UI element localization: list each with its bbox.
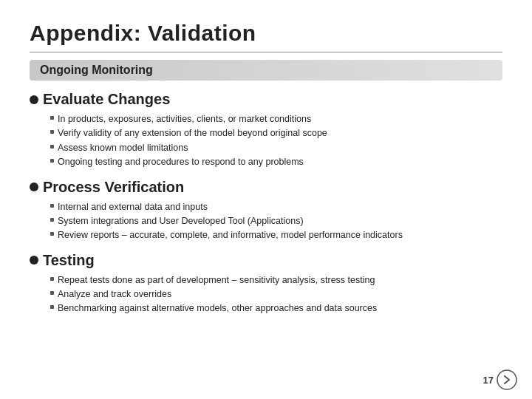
svg-point-0: [497, 370, 516, 389]
sub-bullet: [50, 291, 54, 295]
list-item: Assess known model limitations: [50, 141, 502, 155]
sub-list-2: Internal and external data and inputs Sy…: [50, 200, 502, 243]
sub-bullet: [50, 159, 54, 163]
sub-bullet: [50, 305, 54, 309]
sub-bullet: [50, 232, 54, 236]
page-number: 17: [483, 375, 494, 386]
nav-icon[interactable]: [497, 369, 517, 390]
list-item: System integrations and User Developed T…: [50, 214, 502, 228]
list-item: Repeat tests done as part of development…: [50, 273, 502, 287]
sub-bullet: [50, 116, 54, 120]
bullet-heading-3: Testing: [30, 252, 502, 269]
list-item: Internal and external data and inputs: [50, 200, 502, 214]
page: Appendix: Validation Ongoing Monitoring …: [0, 0, 532, 399]
page-title: Appendix: Validation: [30, 21, 502, 46]
bullet-heading-1: Evaluate Changes: [30, 91, 502, 108]
list-item: Verify validity of any extension of the …: [50, 126, 502, 140]
sub-list-3: Repeat tests done as part of development…: [50, 273, 502, 316]
list-item: Review reports – accurate, complete, and…: [50, 228, 502, 242]
list-item: Benchmarking against alternative models,…: [50, 301, 502, 316]
list-item: Ongoing testing and procedures to respon…: [50, 155, 502, 169]
bullet-dot-3: [30, 256, 38, 265]
sub-bullet: [50, 204, 54, 208]
sub-bullet: [50, 145, 54, 149]
list-item: Analyze and track overrides: [50, 287, 502, 301]
bullet-dot-1: [30, 95, 38, 104]
sub-bullet: [50, 277, 54, 281]
sub-list-1: In products, exposures, activities, clie…: [50, 112, 502, 170]
section-header: Ongoing Monitoring: [30, 60, 502, 81]
bullet-dot-2: [30, 183, 38, 191]
title-divider: [30, 52, 502, 52]
sub-bullet: [50, 218, 54, 222]
sub-bullet: [50, 130, 54, 134]
list-item: In products, exposures, activities, clie…: [50, 112, 502, 126]
bullet-heading-2: Process Verification: [30, 179, 502, 196]
